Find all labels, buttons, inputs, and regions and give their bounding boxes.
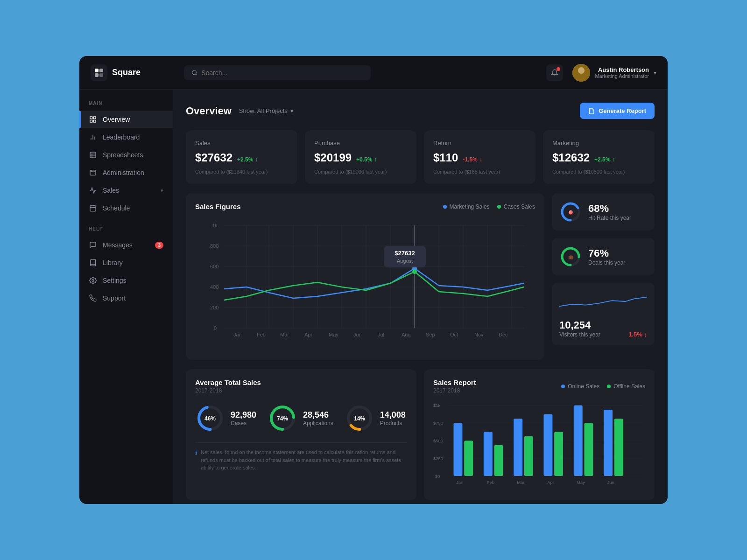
svg-text:💼: 💼	[568, 254, 574, 260]
sidebar-item-administration[interactable]: Administration	[79, 164, 173, 182]
generate-report-button[interactable]: Generate Report	[580, 103, 655, 119]
stat-change: +2.5% ↑	[594, 156, 615, 163]
legend-dot-cases	[497, 205, 501, 209]
sidebar-item-label: Library	[103, 259, 163, 266]
sidebar-item-sales[interactable]: Sales ▾	[79, 182, 173, 199]
deals-info: 76% Deals this year	[588, 247, 625, 266]
deals-value: 76%	[588, 247, 625, 259]
sidebar-item-overview[interactable]: Overview	[79, 111, 173, 128]
svg-rect-9	[93, 117, 96, 119]
search-icon	[191, 70, 197, 76]
svg-text:August: August	[397, 258, 413, 264]
logo-text: Square	[112, 68, 141, 77]
search-bar[interactable]	[184, 65, 371, 80]
show-filter-dropdown[interactable]: Show: All Projects ▾	[239, 107, 294, 114]
user-info: Austin Robertson Marketing Administrator	[595, 66, 649, 79]
hit-rate-info: 68% Hit Rate this year	[588, 203, 631, 221]
sidebar-item-spreadsheets[interactable]: Spreadsheets	[79, 146, 173, 164]
bar-chart-icon	[89, 133, 97, 141]
hit-rate-value: 68%	[588, 203, 631, 215]
svg-text:Apr: Apr	[547, 480, 554, 485]
svg-text:Mar: Mar	[517, 480, 524, 485]
sidebar-item-library[interactable]: Library	[79, 254, 173, 272]
book-icon	[89, 259, 97, 267]
donut-applications-chart: 74%	[268, 403, 297, 433]
sidebar-item-leaderboard[interactable]: Leaderboard	[79, 128, 173, 146]
stat-value: $20199	[314, 151, 352, 164]
svg-text:Jan: Jan	[456, 480, 463, 485]
stat-card-marketing: Marketing $12632 +2.5% ↑ Compared to ($1…	[543, 130, 655, 184]
visitors-card: 10,254 Visitors this year 1.5% ↓	[552, 283, 655, 345]
svg-rect-0	[95, 69, 99, 72]
svg-rect-104	[574, 406, 583, 476]
svg-text:400: 400	[210, 284, 218, 290]
visitors-info: 10,254 Visitors this year	[559, 319, 600, 338]
svg-text:$1k: $1k	[433, 403, 440, 408]
sales-chart-svg: 1k 800 600 400 200 0	[195, 218, 535, 349]
deals-donut: 💼	[559, 245, 582, 268]
svg-text:Apr: Apr	[304, 332, 312, 337]
donut-products-chart: 14%	[345, 403, 374, 433]
sidebar-item-label: Schedule	[103, 204, 163, 212]
right-cards: 🎯 68% Hit Rate this year	[552, 193, 655, 360]
visitors-value-row: 10,254 Visitors this year 1.5% ↓	[559, 319, 647, 338]
sidebar: MAIN Overview Leaderboard	[79, 90, 173, 504]
sidebar-item-label: Overview	[103, 116, 163, 123]
svg-text:200: 200	[210, 305, 218, 310]
sidebar-item-schedule[interactable]: Schedule	[79, 199, 173, 217]
svg-text:May: May	[577, 480, 585, 485]
donut-applications: 74% 28,546 Applications	[268, 403, 333, 433]
avatar	[572, 64, 590, 82]
stat-change: +0.5% ↑	[356, 156, 377, 163]
svg-rect-103	[554, 432, 563, 476]
donut-cases-chart: 46%	[195, 403, 225, 433]
stat-compare: Compared to ($10500 last year)	[552, 169, 645, 175]
svg-text:Jul: Jul	[378, 332, 384, 337]
svg-rect-98	[484, 432, 493, 476]
stat-label: Purchase	[314, 140, 407, 147]
svg-text:May: May	[329, 332, 338, 337]
svg-rect-96	[454, 423, 463, 476]
svg-rect-22	[90, 206, 96, 211]
sidebar-item-messages[interactable]: Messages 3	[79, 236, 173, 254]
sidebar-item-support[interactable]: Support	[79, 289, 173, 307]
sales-icon	[89, 186, 97, 195]
filter-chevron-icon: ▾	[290, 107, 294, 114]
donut-products: 14% 14,008 Products	[345, 403, 406, 433]
donut-row: 46% 92,980 Cases 7	[195, 403, 407, 433]
table-icon	[89, 151, 97, 159]
svg-text:Mar: Mar	[280, 332, 289, 337]
main-layout: MAIN Overview Leaderboard	[79, 90, 668, 504]
stat-value: $110	[433, 151, 458, 164]
phone-icon	[89, 294, 97, 302]
sales-figures-card: Sales Figures Marketing Sales Cases Sale…	[186, 193, 544, 360]
sidebar-section-main: MAIN	[79, 101, 173, 111]
user-area[interactable]: Austin Robertson Marketing Administrator…	[572, 64, 656, 82]
sidebar-item-label: Sales	[103, 187, 155, 194]
messages-badge: 3	[155, 242, 163, 249]
sidebar-item-settings[interactable]: Settings	[79, 272, 173, 289]
applications-label: Applications	[303, 420, 333, 427]
svg-rect-66	[384, 246, 426, 267]
notification-button[interactable]	[546, 64, 563, 81]
svg-rect-19	[90, 170, 96, 175]
sales-report-card: Sales Report 2017-2018 Online Sales Offl…	[424, 369, 655, 500]
search-input[interactable]	[201, 69, 363, 77]
svg-text:Sep: Sep	[426, 332, 435, 337]
stat-change: -1.5% ↓	[463, 156, 482, 163]
notification-dot	[557, 67, 560, 71]
page-title: Overview	[186, 105, 232, 117]
stat-card-sales: Sales $27632 +2.5% ↑ Compared to ($21340…	[186, 130, 297, 184]
stat-value: $12632	[552, 151, 590, 164]
svg-text:$250: $250	[433, 456, 443, 461]
legend-dot-online	[561, 385, 565, 388]
svg-rect-3	[99, 73, 103, 77]
svg-text:Jun: Jun	[607, 480, 614, 485]
stat-compare: Compared to ($21340 last year)	[195, 169, 288, 175]
legend-cases: Cases Sales	[497, 203, 535, 210]
sidebar-item-label: Messages	[103, 241, 149, 249]
chart-title: Sales Figures	[195, 203, 241, 210]
stat-label: Sales	[195, 140, 288, 147]
stat-card-return: Return $110 -1.5% ↓ Compared to ($165 la…	[424, 130, 536, 184]
svg-text:0: 0	[214, 325, 217, 331]
